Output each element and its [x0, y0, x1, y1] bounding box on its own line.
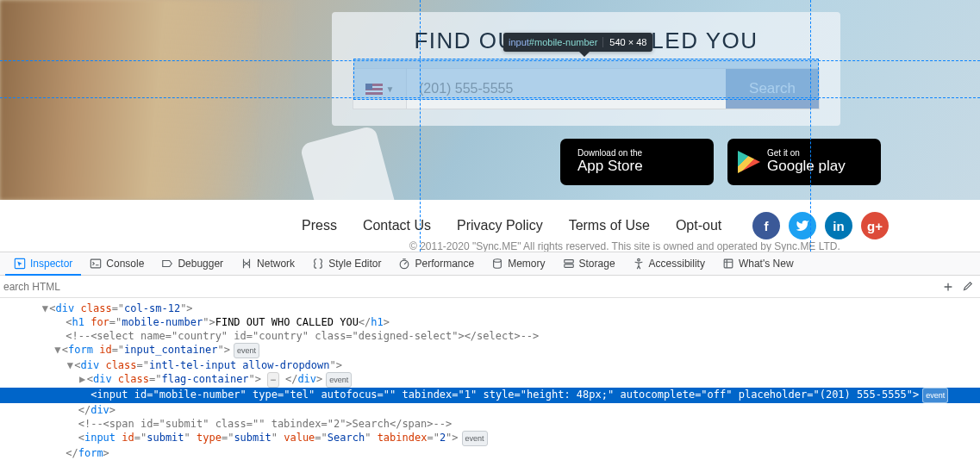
- tooltip-dimensions: 540 × 48: [602, 37, 652, 47]
- tooltip-selector: input#mobile-number: [503, 37, 602, 47]
- tab-network[interactable]: Network: [232, 252, 303, 275]
- inspector-guide-horizontal: [0, 60, 980, 61]
- event-badge[interactable]: event: [922, 388, 948, 403]
- inspector-tooltip: input#mobile-number 540 × 48: [503, 33, 652, 52]
- event-badge[interactable]: event: [326, 372, 352, 388]
- footer-link-press[interactable]: Press: [302, 218, 337, 233]
- inspector-guide-horizontal: [0, 97, 980, 98]
- tree-row[interactable]: ▼<div class="intl-tel-input allow-dropdo…: [0, 358, 980, 372]
- footer-link-privacy[interactable]: Privacy Policy: [457, 218, 543, 233]
- add-icon[interactable]: [942, 281, 954, 293]
- chevron-down-icon: ▼: [386, 84, 395, 94]
- tab-storage[interactable]: Storage: [554, 252, 624, 275]
- tree-actions: [942, 281, 980, 293]
- html-tree[interactable]: ▼<div class="col-sm-12"> <h1 for="mobile…: [0, 298, 980, 460]
- google-plus-icon[interactable]: g+: [861, 212, 889, 239]
- tab-style-editor[interactable]: Style Editor: [303, 252, 390, 275]
- tree-row[interactable]: <h1 for="mobile-number">FIND OUT WHO CAL…: [0, 315, 980, 329]
- svg-point-3: [494, 259, 502, 263]
- twisty-icon[interactable]: ▼: [41, 301, 49, 315]
- search-button[interactable]: Search: [726, 69, 819, 109]
- event-badge[interactable]: event: [234, 343, 259, 358]
- footer-link-contact[interactable]: Contact Us: [363, 218, 431, 233]
- tab-inspector[interactable]: Inspector: [5, 253, 81, 276]
- tree-row[interactable]: <!--<span id="submit" class="" tabindex=…: [0, 417, 980, 431]
- tree-row[interactable]: </form>: [0, 446, 980, 460]
- twisty-icon[interactable]: ▶: [78, 372, 87, 386]
- tree-row[interactable]: </div>: [0, 403, 980, 417]
- facebook-icon[interactable]: f: [752, 212, 780, 239]
- devtools-search-row: [0, 276, 980, 298]
- footer-link-terms[interactable]: Terms of Use: [569, 218, 650, 233]
- hero-background-hair: [0, 0, 259, 200]
- phone-input-row: ▼ Search: [353, 68, 820, 109]
- svg-rect-7: [724, 259, 733, 268]
- event-badge[interactable]: event: [462, 431, 488, 446]
- footer: Press Contact Us Privacy Policy Terms of…: [0, 200, 980, 252]
- phone-input[interactable]: [407, 69, 726, 109]
- us-flag-icon: [365, 84, 383, 95]
- svg-rect-1: [91, 259, 101, 268]
- inspector-guide-vertical: [420, 0, 421, 252]
- google-play-icon: [738, 151, 760, 173]
- svg-rect-4: [564, 260, 573, 264]
- tab-whats-new[interactable]: What's New: [714, 252, 802, 275]
- tree-row-selected[interactable]: <input id="mobile-number" type="tel" aut…: [0, 388, 980, 403]
- svg-point-6: [637, 258, 640, 261]
- twitter-icon[interactable]: [789, 212, 816, 239]
- tab-console[interactable]: Console: [81, 252, 153, 275]
- ellipsis-badge[interactable]: ⋯: [267, 372, 278, 388]
- html-search-input[interactable]: [0, 281, 942, 293]
- app-badges: Download on the App Store Get it on Goog…: [560, 139, 881, 185]
- hero-background: FIND OUT WHO CALLED YOU ▼ Search input#m…: [0, 0, 980, 200]
- tree-row[interactable]: <!--<select name="country" id="country" …: [0, 329, 980, 343]
- tab-performance[interactable]: Performance: [390, 252, 483, 275]
- tab-debugger[interactable]: Debugger: [153, 252, 232, 275]
- inspector-guide-vertical: [810, 0, 811, 252]
- twisty-icon[interactable]: ▼: [53, 343, 62, 357]
- app-store-badge[interactable]: Download on the App Store: [560, 139, 714, 185]
- tree-row[interactable]: <input id="submit" type="submit" value="…: [0, 431, 980, 446]
- svg-rect-5: [564, 264, 573, 268]
- linkedin-icon[interactable]: in: [825, 212, 852, 239]
- eyedropper-icon[interactable]: [961, 281, 973, 293]
- copyright-text: © 2011-2020 "Sync.ME" All rights reserve…: [409, 240, 840, 252]
- country-flag-selector[interactable]: ▼: [353, 69, 407, 109]
- footer-links: Press Contact Us Privacy Policy Terms of…: [302, 218, 721, 233]
- tab-accessibility[interactable]: Accessibility: [624, 252, 714, 275]
- twisty-icon[interactable]: ▼: [66, 358, 74, 372]
- tree-row[interactable]: ▼<form id="input_container">event: [0, 343, 980, 358]
- tree-row[interactable]: ▼<div class="col-sm-12">: [0, 301, 980, 315]
- tab-memory[interactable]: Memory: [483, 252, 553, 275]
- social-icons: f in g+: [752, 212, 889, 239]
- devtools-toolbar: Inspector Console Debugger Network Style…: [0, 252, 980, 276]
- tree-row[interactable]: ▶<div class="flag-container"> ⋯ </div>ev…: [0, 372, 980, 388]
- search-card: FIND OUT WHO CALLED YOU ▼ Search: [332, 12, 840, 126]
- google-play-badge[interactable]: Get it on Google play: [727, 139, 881, 185]
- webpage-viewport: FIND OUT WHO CALLED YOU ▼ Search input#m…: [0, 0, 980, 252]
- footer-link-optout[interactable]: Opt-out: [676, 218, 721, 233]
